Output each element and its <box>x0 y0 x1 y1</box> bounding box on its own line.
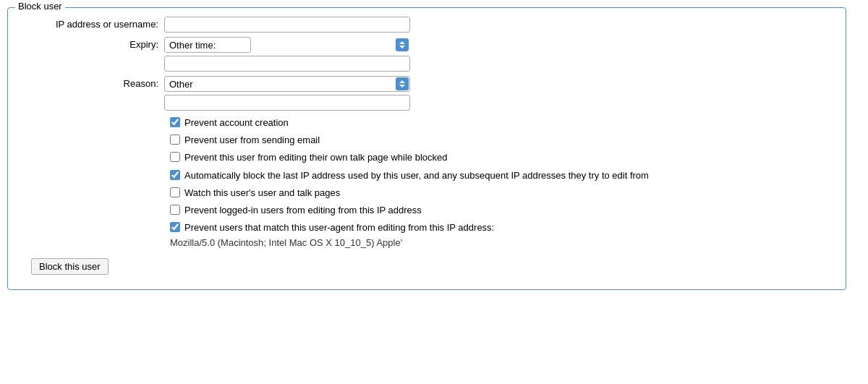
expiry-text-input[interactable] <box>164 56 410 72</box>
reason-row: Reason: Other Vandalism Spam Harassment … <box>20 76 834 111</box>
expiry-controls: Other time: 1 hour 2 hours 1 day 1 week … <box>164 37 410 72</box>
watch-pages-checkbox[interactable] <box>170 187 180 197</box>
block-user-fieldset: Block user IP address or username: Expir… <box>7 7 846 290</box>
expiry-label: Expiry: <box>20 37 164 50</box>
checkboxes-area: Prevent account creation Prevent user fr… <box>170 116 834 234</box>
prevent-email-label: Prevent user from sending email <box>184 134 320 147</box>
button-area: Block this user <box>31 258 834 275</box>
expiry-select-arrow <box>396 38 409 51</box>
checkbox-row-7: Prevent users that match this user-agent… <box>170 221 834 234</box>
ip-address-row: IP address or username: <box>20 17 834 33</box>
reason-label: Reason: <box>20 76 164 89</box>
auto-block-ip-checkbox[interactable] <box>170 170 180 180</box>
checkbox-row-4: Automatically block the last IP address … <box>170 169 834 182</box>
expiry-select-wrapper: Other time: 1 hour 2 hours 1 day 1 week … <box>164 37 410 53</box>
prevent-talk-page-label: Prevent this user from editing their own… <box>184 151 447 164</box>
expiry-row: Expiry: Other time: 1 hour 2 hours 1 day… <box>20 37 834 72</box>
checkbox-row-3: Prevent this user from editing their own… <box>170 151 834 164</box>
checkbox-row-5: Watch this user's user and talk pages <box>170 187 834 200</box>
reason-text-input[interactable] <box>164 95 410 111</box>
prevent-account-creation-checkbox[interactable] <box>170 117 180 127</box>
prevent-logged-in-checkbox[interactable] <box>170 205 180 215</box>
checkbox-row-2: Prevent user from sending email <box>170 134 834 147</box>
watch-pages-label: Watch this user's user and talk pages <box>184 187 340 200</box>
auto-block-ip-label: Automatically block the last IP address … <box>184 169 649 182</box>
ip-address-input[interactable] <box>164 17 410 33</box>
user-agent-text: Mozilla/5.0 (Macintosh; Intel Mac OS X 1… <box>170 237 834 248</box>
checkbox-row-6: Prevent logged-in users from editing fro… <box>170 204 834 217</box>
prevent-user-agent-label: Prevent users that match this user-agent… <box>184 221 494 234</box>
checkbox-row-1: Prevent account creation <box>170 116 834 129</box>
reason-controls: Other Vandalism Spam Harassment Edit war… <box>164 76 410 111</box>
prevent-talk-page-checkbox[interactable] <box>170 152 180 162</box>
reason-select-wrapper: Other Vandalism Spam Harassment Edit war… <box>164 76 410 92</box>
expiry-select[interactable]: Other time: 1 hour 2 hours 1 day 1 week … <box>164 37 251 53</box>
block-user-legend: Block user <box>15 1 65 12</box>
ip-label: IP address or username: <box>20 17 164 30</box>
block-this-user-button[interactable]: Block this user <box>31 258 109 275</box>
reason-select[interactable]: Other Vandalism Spam Harassment Edit war… <box>164 76 410 92</box>
prevent-user-agent-checkbox[interactable] <box>170 222 180 232</box>
prevent-logged-in-label: Prevent logged-in users from editing fro… <box>184 204 422 217</box>
prevent-email-checkbox[interactable] <box>170 135 180 145</box>
prevent-account-creation-label: Prevent account creation <box>184 116 289 129</box>
